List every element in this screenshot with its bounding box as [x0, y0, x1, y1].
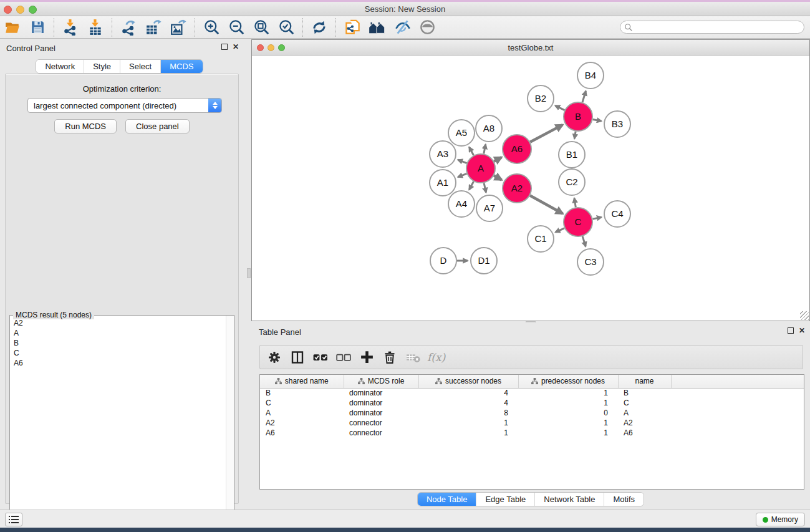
table-row[interactable]: Adominator80A — [260, 408, 804, 418]
edge-A6-B[interactable] — [530, 125, 562, 142]
edge-A-A6[interactable] — [494, 157, 501, 161]
tab-mcds[interactable]: MCDS — [160, 60, 202, 73]
cell-successor-nodes[interactable]: 4 — [418, 398, 518, 408]
open-session-folder-icon[interactable] — [0, 17, 25, 37]
deselect-all-checks-icon[interactable] — [335, 349, 352, 366]
edge-A-A8[interactable] — [484, 144, 486, 153]
refresh-icon[interactable] — [307, 17, 332, 37]
node-B2[interactable]: B2 — [528, 85, 554, 112]
settings-gear-icon[interactable] — [266, 349, 283, 366]
cell-predecessor-nodes[interactable]: 1 — [518, 388, 618, 398]
result-item-c[interactable]: C — [11, 348, 225, 358]
cell-shared-name[interactable]: B — [260, 388, 344, 398]
tab-edge-table[interactable]: Edge Table — [476, 493, 534, 506]
show-hide-details-icon[interactable] — [415, 17, 440, 37]
node-C2[interactable]: C2 — [559, 169, 585, 195]
column-header-name[interactable]: name — [618, 375, 671, 388]
save-session-icon[interactable] — [25, 17, 50, 37]
table-row[interactable]: A2connector11A2 — [260, 418, 804, 428]
edge-A-A5[interactable] — [469, 147, 473, 155]
cell-name[interactable]: C — [618, 398, 671, 408]
result-item-b[interactable]: B — [11, 338, 225, 348]
edge-B-B3[interactable] — [593, 119, 602, 121]
node-C3[interactable]: C3 — [577, 249, 604, 275]
cell-MCDS-role[interactable]: dominator — [344, 408, 418, 418]
export-network-icon[interactable] — [116, 17, 141, 37]
zoom-in-icon[interactable] — [199, 17, 224, 37]
edge-C-C1[interactable] — [556, 228, 564, 232]
cell-MCDS-role[interactable]: connector — [344, 428, 418, 438]
window-resize-grip[interactable] — [800, 311, 809, 320]
cell-shared-name[interactable]: A6 — [260, 428, 344, 438]
table-row[interactable]: Cdominator41C — [260, 398, 804, 408]
cell-successor-nodes[interactable]: 8 — [418, 408, 518, 418]
column-header-predecessor-nodes[interactable]: predecessor nodes — [518, 375, 618, 388]
node-D1[interactable]: D1 — [471, 248, 497, 274]
export-image-icon[interactable] — [166, 17, 191, 37]
cell-name[interactable]: A — [618, 408, 671, 418]
column-header-shared-name[interactable]: shared name — [260, 375, 344, 388]
node-B3[interactable]: B3 — [604, 111, 630, 137]
edge-A-A7[interactable] — [484, 183, 486, 192]
zoom-out-icon[interactable] — [224, 17, 249, 37]
cell-shared-name[interactable]: C — [260, 398, 344, 408]
edge-A2-C[interactable] — [530, 196, 562, 214]
import-table-icon[interactable] — [83, 17, 108, 37]
table-row[interactable]: Bdominator41B — [260, 388, 804, 398]
column-visibility-icon[interactable] — [289, 349, 306, 366]
edge-B-B4[interactable] — [582, 91, 586, 102]
zoom-fit-icon[interactable] — [249, 17, 274, 37]
delete-column-trash-icon[interactable] — [381, 349, 398, 366]
tab-motifs[interactable]: Motifs — [604, 493, 644, 506]
export-table-icon[interactable] — [141, 17, 166, 37]
cell-predecessor-nodes[interactable]: 1 — [518, 428, 618, 438]
node-A5[interactable]: A5 — [448, 120, 475, 146]
node-C[interactable]: C — [564, 208, 592, 236]
tab-network-table[interactable]: Network Table — [534, 493, 604, 506]
search-field-frame[interactable] — [620, 21, 804, 34]
cell-name[interactable]: B — [618, 388, 671, 398]
add-column-icon[interactable] — [358, 349, 375, 366]
edge-B-B2[interactable] — [555, 105, 564, 110]
network-canvas[interactable]: B4B2BB3A8A5A6A3B1AA1C2A2A4A7C4CC1C3DD1 — [252, 56, 809, 321]
close-panel-button[interactable]: Close panel — [125, 119, 190, 133]
node-B4[interactable]: B4 — [577, 62, 604, 89]
duplicate-network-icon[interactable] — [340, 17, 365, 37]
node-A1[interactable]: A1 — [430, 170, 456, 196]
column-header-successor-nodes[interactable]: successor nodes — [418, 375, 518, 388]
cell-predecessor-nodes[interactable]: 0 — [518, 408, 618, 418]
node-A2[interactable]: A2 — [503, 174, 531, 203]
cell-successor-nodes[interactable]: 1 — [418, 418, 518, 428]
cell-predecessor-nodes[interactable]: 1 — [518, 398, 618, 408]
import-network-icon[interactable] — [58, 17, 83, 37]
home-view-icon[interactable] — [365, 17, 390, 37]
edge-C-C4[interactable] — [593, 217, 602, 219]
cell-name[interactable]: A6 — [618, 428, 671, 438]
node-A8[interactable]: A8 — [476, 115, 502, 142]
select-all-checks-icon[interactable] — [312, 349, 329, 366]
result-scrollbar[interactable] — [226, 316, 234, 532]
cell-shared-name[interactable]: A — [260, 408, 344, 418]
result-item-a2[interactable]: A2 — [11, 318, 225, 328]
search-input[interactable] — [633, 22, 804, 32]
tab-node-table[interactable]: Node Table — [418, 493, 476, 506]
cell-MCDS-role[interactable]: dominator — [344, 388, 418, 398]
cell-successor-nodes[interactable]: 1 — [418, 428, 518, 438]
mcds-result-list[interactable]: A2ABCA6 — [11, 318, 225, 531]
criterion-dropdown[interactable]: largest connected component (directed) — [27, 98, 222, 113]
edge-B-B1[interactable] — [574, 132, 576, 139]
node-A7[interactable]: A7 — [476, 195, 503, 221]
node-C1[interactable]: C1 — [528, 226, 554, 252]
edge-C-C3[interactable] — [582, 236, 586, 246]
node-B[interactable]: B — [564, 102, 592, 131]
result-item-a6[interactable]: A6 — [11, 358, 225, 368]
zoom-selected-icon[interactable] — [274, 17, 299, 37]
float-table-panel-icon[interactable] — [788, 327, 794, 334]
tab-network[interactable]: Network — [36, 60, 84, 73]
run-mcds-button[interactable]: Run MCDS — [54, 119, 117, 133]
node-B1[interactable]: B1 — [559, 142, 585, 168]
network-window-titlebar[interactable]: testGlobe.txt — [252, 40, 809, 56]
close-panel-icon[interactable]: ✕ — [233, 44, 239, 50]
node-C4[interactable]: C4 — [604, 201, 630, 227]
node-D[interactable]: D — [430, 248, 456, 274]
